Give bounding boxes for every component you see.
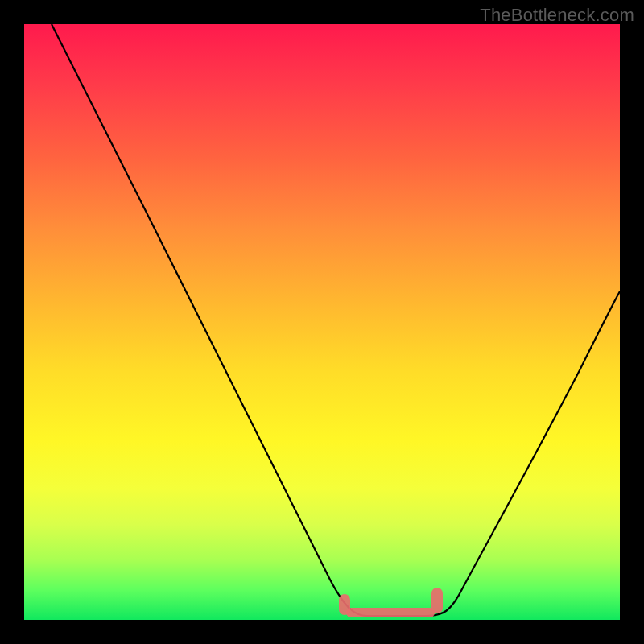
curve-path [52, 24, 620, 616]
accent-flat-band [346, 608, 435, 617]
accent-left-nub [339, 594, 350, 615]
chart-plot-area [24, 24, 620, 620]
bottleneck-curve [24, 24, 620, 620]
watermark-text: TheBottleneck.com [480, 5, 634, 26]
accent-right-nub [431, 588, 443, 613]
